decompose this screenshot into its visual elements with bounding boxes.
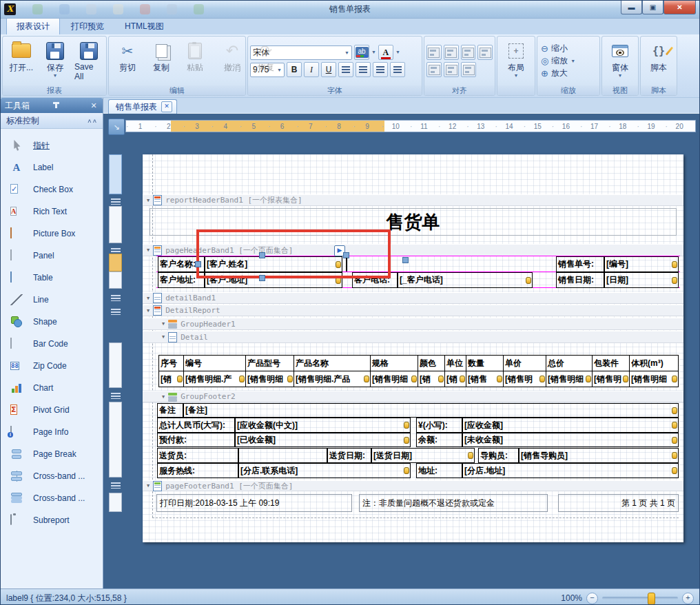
toolbox-item-subreport[interactable]: Subreport	[1, 509, 103, 531]
band-grip[interactable]	[111, 482, 121, 489]
zoom-out-minus-button[interactable]: −	[586, 593, 598, 604]
detail-field[interactable]: [销售明细	[630, 371, 678, 387]
zoom-in-button[interactable]: ⊕放大	[539, 68, 597, 79]
toolbox-item-checkbox[interactable]: ✓Check Box	[1, 178, 103, 201]
col-header[interactable]: 序号	[159, 356, 184, 371]
col-header[interactable]: 产品型号	[246, 356, 294, 371]
detail-field[interactable]: [销售	[466, 371, 504, 387]
align-left-button[interactable]	[338, 62, 353, 77]
col-header[interactable]: 单价	[504, 356, 546, 371]
vertical-ruler-segment[interactable]	[109, 206, 122, 243]
minimize-button[interactable]: ▬	[621, 1, 642, 14]
toolbox-item-line[interactable]: Line	[1, 289, 103, 311]
sale-date-label[interactable]: 销售日期:	[556, 272, 604, 288]
detail-field[interactable]: [销售明	[593, 371, 630, 387]
print-date-label[interactable]: 打印日期:2018-03-15 上午 09:19	[156, 494, 352, 512]
col-header[interactable]: 颜色	[418, 356, 445, 371]
toolbox-item-table[interactable]: Table	[1, 267, 103, 289]
underline-button[interactable]: U	[321, 62, 336, 77]
vertical-ruler-segment[interactable]	[109, 154, 122, 194]
delivery-date-label[interactable]: 送货日期:	[327, 448, 371, 463]
prepaid-label[interactable]: 预付款:	[157, 433, 235, 447]
band-header-GroupHeader1[interactable]: ▼ GroupHeader1	[143, 318, 683, 330]
toolbox-item-zipcode[interactable]: 88Zip Code	[1, 355, 103, 377]
band-header-DetailReport[interactable]: ▼ DetailReport	[143, 305, 683, 316]
balance-field[interactable]: [未收金额]	[462, 433, 679, 447]
order-no-field[interactable]: [编号]	[604, 256, 679, 272]
collapse-triangle-icon[interactable]: ▼	[147, 308, 150, 314]
highlight-dropdown[interactable]: ▼	[371, 50, 376, 54]
toolbox-item-shape[interactable]: Shape	[1, 311, 103, 333]
layout-button[interactable]: + 布局▼	[500, 38, 533, 84]
total-cn-field[interactable]: [应收金额(中文)]	[235, 418, 411, 433]
band-header-detailBand1[interactable]: ▼ detailBand1	[143, 292, 683, 304]
shop-address-field[interactable]: [分店.地址]	[462, 463, 679, 478]
toolbox-section-standard-controls[interactable]: 标准控制 ∧∧	[1, 113, 103, 129]
save-all-button[interactable]: Save All	[72, 38, 105, 84]
shop-address-label[interactable]: 地址:	[416, 463, 462, 478]
toolbox-item-crossband-box[interactable]: Cross-band ...	[1, 487, 103, 509]
paste-button[interactable]: 粘贴	[178, 38, 212, 84]
vertical-ruler-segment[interactable]	[109, 493, 122, 512]
remark-field[interactable]: [备注]	[183, 403, 679, 418]
band-grip[interactable]	[111, 295, 121, 301]
col-header[interactable]: 单位	[445, 356, 466, 371]
bold-button[interactable]: B	[287, 62, 302, 77]
guide-label[interactable]: 导购员:	[478, 448, 519, 463]
band-grip[interactable]	[111, 309, 121, 315]
tab-report-design[interactable]: 报表设计	[6, 17, 60, 34]
collapse-triangle-icon[interactable]: ▼	[162, 321, 165, 327]
toolbox-item-label[interactable]: ALabel	[1, 156, 103, 178]
detail-field[interactable]: [销售明细.产品	[294, 371, 371, 387]
zoom-out-button[interactable]: ⊖缩小	[539, 43, 597, 54]
maximize-button[interactable]: ▣	[642, 1, 663, 14]
pin-icon[interactable]	[54, 101, 64, 110]
hotline-field[interactable]: [分店.联系电话]	[238, 463, 411, 478]
col-header[interactable]: 体积(m³)	[630, 356, 678, 371]
toolbox-item-crossband-line[interactable]: Cross-band ...	[1, 465, 103, 487]
cut-button[interactable]: ✂ 剪切	[111, 38, 144, 84]
prepaid-field[interactable]: [已收金额]	[235, 433, 411, 447]
order-no-label[interactable]: 销售单号:	[556, 256, 604, 272]
zoom-slider[interactable]	[602, 597, 678, 599]
copy-button[interactable]: 复制	[145, 38, 178, 84]
col-header[interactable]: 数量	[466, 356, 504, 371]
align-lefts-button[interactable]	[444, 45, 459, 60]
report-page[interactable]: ▼ reportHeaderBand1 [一个报表集合] 售货单 ▼ pageH…	[143, 154, 683, 542]
align-rights-button[interactable]	[477, 45, 493, 60]
align-middles-button[interactable]	[444, 62, 459, 77]
deliverer-field[interactable]	[238, 448, 327, 463]
align-tops-button[interactable]	[426, 62, 442, 77]
horizontal-ruler[interactable]: ·1·2·3·4·5·6·7·8·9·10·11·12·13·14·15·16·…	[125, 120, 696, 132]
redo-button[interactable]: ↷ 恢复	[249, 38, 282, 84]
total-num-label[interactable]: ¥(小写):	[416, 418, 462, 433]
snap-grid-button[interactable]	[426, 45, 442, 60]
band-header-pageFooterBand1[interactable]: ▼ pageFooterBand1 [一个页面集合]	[143, 480, 683, 491]
align-centers-button[interactable]	[461, 45, 476, 60]
selection-handle[interactable]	[195, 261, 201, 267]
selection-handle[interactable]	[259, 275, 265, 281]
font-color-button[interactable]: A	[378, 45, 393, 60]
band-grip[interactable]	[111, 198, 121, 205]
delivery-date-field[interactable]: [送货日期]	[371, 448, 475, 463]
collapse-triangle-icon[interactable]: ▼	[162, 394, 165, 400]
italic-button[interactable]: I	[304, 62, 319, 77]
vertical-ruler-segment-selected[interactable]	[109, 254, 122, 271]
tab-html-view[interactable]: HTML视图	[115, 18, 174, 34]
detail-field[interactable]: [销	[159, 371, 184, 387]
vertical-ruler-segment[interactable]	[109, 342, 122, 388]
band-header-reportHeaderBand1[interactable]: ▼ reportHeaderBand1 [一个报表集合]	[143, 194, 683, 206]
toolbox-item-picturebox[interactable]: Picture Box	[1, 223, 103, 245]
detail-field[interactable]: [销售明细	[371, 371, 418, 387]
detail-field[interactable]: [销	[445, 371, 466, 387]
script-button[interactable]: {} 脚本	[642, 38, 675, 84]
detail-field[interactable]: [销售明细	[246, 371, 294, 387]
toolbox-item-pagebreak[interactable]: Page Break	[1, 443, 103, 465]
open-button[interactable]: 打开...	[5, 38, 38, 84]
toolbox-item-chart[interactable]: Chart	[1, 377, 103, 399]
toolbox-item-panel[interactable]: Panel	[1, 245, 103, 267]
col-header[interactable]: 总价	[546, 356, 593, 371]
band-grip[interactable]	[111, 393, 121, 399]
deliverer-label[interactable]: 送货员:	[157, 448, 238, 463]
save-button[interactable]: 保存▼	[39, 38, 72, 84]
